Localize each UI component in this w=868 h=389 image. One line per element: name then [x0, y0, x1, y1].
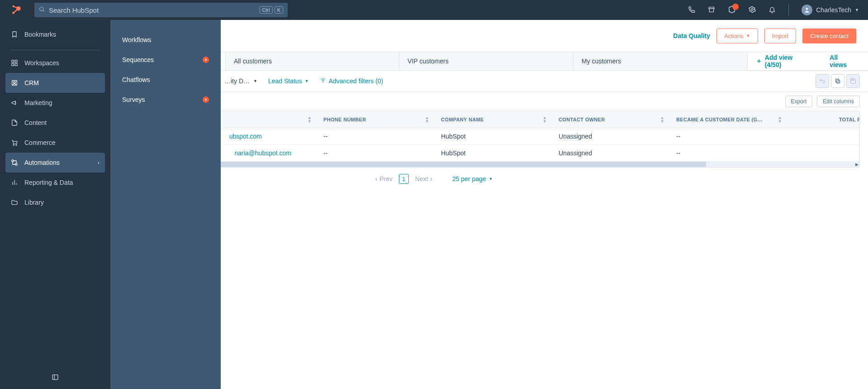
cell-phone: -- [316, 145, 434, 162]
col-company[interactable]: COMPANY NAME▲▼ [434, 111, 551, 128]
cell-revenue [787, 145, 860, 162]
svg-point-7 [806, 8, 808, 10]
flyout-item-workflows[interactable]: Workflows [110, 30, 221, 50]
col-customer-date[interactable]: BECAME A CUSTOMER DATE (G…▲▼ [669, 111, 787, 128]
approvals-icon[interactable] [728, 5, 736, 15]
filter-truncated[interactable]: …ity D… [224, 77, 250, 85]
sidebar-item-content[interactable]: Content [5, 113, 105, 133]
actions-button[interactable]: Actions ▼ [716, 29, 758, 43]
cell-company: HubSpot [434, 145, 551, 162]
user-menu[interactable]: CharlesTech ▼ [802, 5, 859, 15]
col-owner[interactable]: CONTACT OWNER▲▼ [551, 111, 669, 128]
sidebar-item-marketing[interactable]: Marketing [5, 93, 105, 113]
svg-rect-11 [837, 80, 840, 83]
all-views-link[interactable]: All views [818, 52, 868, 70]
tab-all-customers[interactable]: All customers [225, 52, 399, 70]
edit-columns-button[interactable]: Edit columns [817, 96, 860, 107]
create-contact-button[interactable]: Create contact [802, 29, 856, 43]
advanced-filters-label: Advanced filters (0) [329, 77, 384, 85]
tab-vip-customers[interactable]: VIP customers [399, 52, 574, 70]
search-input[interactable] [49, 6, 260, 14]
svg-rect-17 [15, 63, 17, 66]
pager-prev: ‹ Prev [375, 175, 393, 183]
chevron-down-icon: ▼ [253, 79, 257, 83]
sidebar-item-automations[interactable]: Automations › [5, 153, 105, 173]
add-view-label: Add view (4/50) [765, 54, 810, 68]
svg-rect-16 [12, 63, 14, 66]
undo-button [816, 74, 829, 88]
flyout-item-sequences[interactable]: Sequences [110, 50, 221, 70]
chevron-right-icon: › [430, 175, 432, 183]
sidebar-label: Bookmarks [24, 31, 56, 38]
cell-company: HubSpot [434, 128, 551, 145]
chevron-right-icon: › [98, 160, 100, 165]
save-view-button [846, 74, 860, 88]
data-quality-link[interactable]: Data Quality [673, 32, 710, 39]
primary-sidebar: Bookmarks Workspaces CRM Marketing [0, 20, 110, 389]
global-search[interactable]: Ctrl K [34, 3, 288, 17]
pager-page-current[interactable]: 1 [399, 174, 409, 184]
sidebar-label: Automations [24, 159, 60, 166]
search-icon [39, 6, 45, 14]
cart-icon [11, 139, 18, 146]
per-page-label: 25 per page [452, 175, 486, 182]
actions-label: Actions [724, 33, 744, 39]
sidebar-item-crm[interactable]: CRM [5, 73, 105, 93]
col-owner-label: CONTACT OWNER [559, 117, 605, 122]
grid-icon [11, 59, 18, 67]
kbd-ctrl: Ctrl [260, 6, 273, 14]
export-button[interactable]: Export [785, 96, 813, 107]
col-phone[interactable]: PHONE NUMBER▲▼ [316, 111, 434, 128]
settings-icon[interactable] [749, 6, 756, 14]
phone-icon[interactable] [688, 6, 695, 14]
svg-point-21 [16, 144, 17, 145]
flyout-label: Workflows [122, 36, 151, 43]
notification-badge [732, 4, 739, 10]
cell-owner: Unassigned [551, 145, 669, 162]
advanced-filters-button[interactable]: Advanced filters (0) [320, 77, 384, 85]
pager-prev-label: Prev [379, 175, 393, 182]
folder-icon [11, 199, 18, 206]
user-name: CharlesTech [816, 6, 851, 14]
sidebar-item-library[interactable]: Library [5, 192, 105, 212]
cell-revenue [787, 128, 860, 145]
plus-icon: ＋ [756, 57, 762, 65]
svg-rect-14 [12, 60, 14, 62]
svg-line-4 [43, 10, 44, 11]
svg-point-3 [40, 7, 43, 10]
svg-rect-12 [835, 79, 839, 82]
tab-my-customers[interactable]: My customers [574, 52, 748, 70]
sidebar-item-commerce[interactable]: Commerce [5, 133, 105, 153]
per-page-select[interactable]: 25 per page ▼ [452, 175, 493, 182]
import-button[interactable]: Import [764, 29, 797, 43]
filter-lead-status[interactable]: Lead Status ▼ [268, 77, 309, 85]
chevron-down-icon: ▼ [305, 79, 309, 83]
automation-icon [11, 159, 18, 166]
flyout-label: Chatflows [122, 76, 150, 83]
col-revenue[interactable]: TOTAL REVENU [787, 111, 860, 128]
copy-view-button[interactable] [831, 74, 844, 88]
chevron-down-icon: ▼ [489, 177, 493, 181]
flyout-label: Surveys [122, 96, 145, 103]
svg-point-6 [751, 9, 753, 10]
collapse-sidebar-button[interactable] [0, 374, 110, 381]
flyout-item-chatflows[interactable]: Chatflows [110, 70, 221, 90]
search-shortcut: Ctrl K [260, 6, 283, 14]
flyout-item-surveys[interactable]: Surveys [110, 90, 221, 110]
kbd-k: K [275, 6, 283, 14]
hubspot-logo-icon[interactable] [9, 3, 24, 17]
scroll-right-icon[interactable]: ▶ [855, 162, 859, 167]
sort-icon: ▲▼ [425, 116, 429, 123]
sidebar-item-bookmarks[interactable]: Bookmarks [5, 24, 105, 44]
sidebar-item-reporting[interactable]: Reporting & Data [5, 173, 105, 192]
add-view-button[interactable]: ＋ Add view (4/50) [748, 52, 818, 70]
marketplace-icon[interactable] [708, 6, 715, 14]
col-date-label: BECAME A CUSTOMER DATE (G… [676, 117, 763, 122]
chevron-left-icon: ‹ [375, 175, 378, 183]
divider [10, 50, 100, 50]
notifications-icon[interactable] [768, 6, 776, 14]
sort-icon: ▲▼ [308, 116, 312, 123]
sidebar-label: Marketing [24, 99, 52, 106]
upgrade-badge-icon [203, 96, 209, 103]
sidebar-item-workspaces[interactable]: Workspaces [5, 53, 105, 73]
